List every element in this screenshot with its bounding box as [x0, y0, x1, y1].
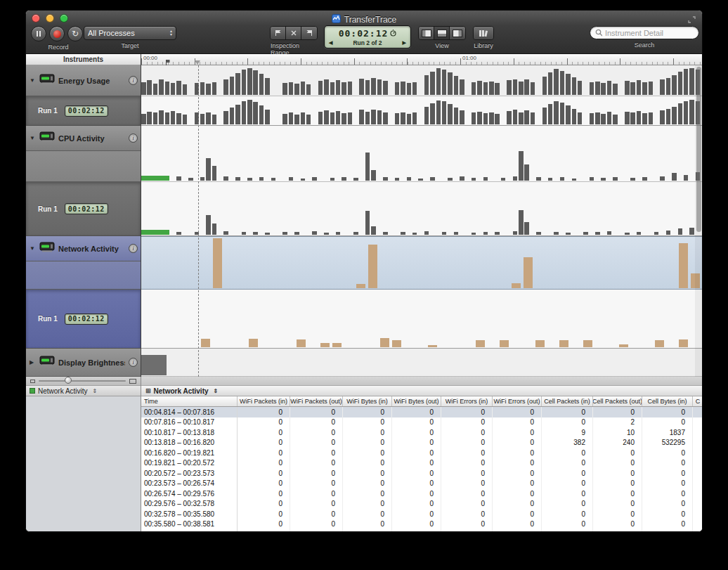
target-dropdown[interactable]: All Processes ▴▾ [84, 26, 176, 40]
detail-instrument-selector[interactable]: Network Activity ⇕ [26, 386, 141, 396]
column-header[interactable]: C [693, 396, 702, 406]
table-row[interactable]: 00:16.820 – 00:19.821000000000 [141, 448, 702, 458]
table-cell: 0 [441, 499, 493, 510]
chart-bar [613, 177, 618, 181]
track-energy-usage[interactable] [141, 65, 702, 96]
inspection-range-start-button[interactable] [271, 27, 286, 39]
track-network-activity-run1[interactable] [141, 290, 702, 349]
sidebar-item-cpu-activity[interactable]: ▼ CPU Activity i [26, 126, 141, 151]
playhead-pointer-icon[interactable] [195, 60, 200, 65]
sidebar-item-cpu-activity-body[interactable] [26, 151, 141, 182]
column-header[interactable]: WiFi Bytes (out) [392, 396, 441, 406]
run-row-network[interactable]: Run 1 00:02:12 [26, 290, 141, 349]
inspection-range-clear-button[interactable] [286, 27, 301, 39]
column-header[interactable]: Time [141, 396, 238, 406]
playhead-line[interactable] [198, 65, 199, 377]
table-cell: 9 [542, 427, 593, 438]
titlebar[interactable]: TransferTrace [26, 11, 702, 25]
fullscreen-icon[interactable] [687, 14, 696, 22]
timeline-scrollbar[interactable] [695, 65, 702, 377]
column-header[interactable]: WiFi Errors (in) [441, 396, 493, 406]
instrument-name: Energy Usage [58, 77, 125, 85]
inspection-range-end-button[interactable] [301, 27, 317, 39]
scrollbar-thumb[interactable] [696, 67, 701, 232]
chart-bar [371, 170, 376, 181]
sidebar-item-network-activity[interactable]: ▼ Network Activity i [26, 236, 141, 261]
chart-bar [642, 113, 647, 124]
timeline-ruler[interactable]: 00:00 01:00 [141, 54, 702, 65]
column-header[interactable]: WiFi Packets (out) [290, 396, 343, 406]
chart-bar [418, 179, 423, 181]
info-button[interactable]: i [129, 76, 138, 85]
table-cell: 382 [542, 438, 593, 448]
info-button[interactable]: i [129, 358, 138, 367]
previous-run-button[interactable]: ◀ [329, 40, 332, 46]
table-row[interactable]: 00:19.821 – 00:20.572000000000 [141, 458, 702, 469]
search-field[interactable] [590, 26, 699, 39]
disclosure-icon[interactable]: ▼ [30, 77, 36, 84]
zoom-slider[interactable] [39, 380, 126, 382]
run-row-energy[interactable]: Run 1 00:02:12 [26, 96, 141, 126]
table-cell: 0 [441, 417, 493, 428]
table-cell: 0 [593, 499, 642, 510]
record-button[interactable] [49, 26, 65, 41]
chart-bar [330, 112, 335, 124]
table-row[interactable]: 00:32.578 – 00:35.580000000000 [141, 509, 702, 519]
info-button[interactable]: i [129, 244, 138, 253]
disclosure-icon[interactable]: ▶ [30, 359, 36, 365]
track-display-brightness[interactable] [141, 349, 702, 377]
pause-button[interactable] [31, 26, 46, 41]
run-row-cpu[interactable]: Run 1 00:02:12 [26, 182, 141, 236]
sidebar-item-energy-usage[interactable]: ▼ Energy Usage i [26, 65, 141, 96]
table-cell: 0 [392, 529, 441, 531]
search-input[interactable] [605, 29, 694, 37]
view-right-pane-button[interactable] [450, 27, 465, 39]
column-header[interactable]: WiFi Errors (out) [493, 396, 542, 406]
track-cpu-activity[interactable] [141, 126, 702, 182]
track-network-activity[interactable] [141, 236, 702, 290]
track-energy-usage-run1[interactable] [141, 96, 702, 126]
chart-bar [223, 111, 228, 124]
chart-bar [424, 231, 429, 235]
chart-bar [583, 232, 588, 235]
chart-bar [519, 210, 524, 235]
table-row[interactable]: 00:35.580 – 00:38.581000000000 [141, 519, 702, 530]
zoom-slider-thumb[interactable] [65, 377, 72, 384]
table-row[interactable]: 00:07.816 – 00:10.817000000020 [141, 417, 702, 428]
column-header[interactable]: Cell Bytes (in) [642, 396, 693, 406]
disclosure-icon[interactable]: ▼ [30, 245, 36, 252]
column-header[interactable]: WiFi Bytes (in) [343, 396, 392, 406]
view-left-pane-button[interactable] [419, 27, 434, 39]
table-row[interactable]: 00:26.574 – 00:29.576000000000 [141, 488, 702, 499]
detail-table-titlebar[interactable]: ⊞ Network Activity ⇕ [141, 386, 702, 396]
column-header[interactable]: WiFi Packets (in) [238, 396, 290, 406]
loop-button[interactable]: ↻ [67, 26, 83, 41]
info-button[interactable]: i [129, 134, 138, 143]
chart-bar [560, 103, 565, 124]
sidebar-item-network-activity-body[interactable] [26, 261, 141, 290]
table-row[interactable]: 00:29.576 – 00:32.578000000000 [141, 499, 702, 510]
column-header[interactable]: Cell Packets (in) [542, 396, 593, 406]
table-row[interactable]: 00:13.818 – 00:16.820000000382240532295 [141, 438, 702, 448]
detail-table-pane: ⊞ Network Activity ⇕ TimeWiFi Packets (i… [141, 377, 702, 531]
table-cell: 0 [493, 468, 542, 479]
sidebar-item-display-brightness[interactable]: ▶ Display Brightness i [26, 349, 141, 377]
column-header[interactable]: Cell Packets (out) [593, 396, 642, 406]
table-row[interactable]: 00:10.817 – 00:13.8180000009101837 [141, 427, 702, 438]
grid-icon: ⊞ [145, 387, 151, 394]
chart-bar [383, 232, 388, 235]
table-row[interactable]: 00:38.581 – 00:40.777000000010 [141, 529, 702, 531]
next-run-button[interactable]: ▶ [403, 40, 406, 46]
track-cpu-activity-run1[interactable] [141, 182, 702, 236]
library-button[interactable] [474, 27, 493, 39]
table-row[interactable]: 00:23.573 – 00:26.574000000000 [141, 479, 702, 489]
table-row[interactable]: 00:20.572 – 00:23.573000000000 [141, 468, 702, 479]
view-bottom-pane-button[interactable] [434, 27, 450, 39]
disclosure-icon[interactable]: ▼ [30, 135, 36, 141]
track-zoom-control[interactable] [26, 377, 141, 386]
chart-bar [253, 232, 258, 235]
chart-bar [212, 82, 217, 95]
chart-bar [535, 340, 545, 347]
table-row[interactable]: 00:04.814 – 00:07.816000000000 [141, 407, 702, 417]
instruments-sidebar: Instruments ▼ Energy Usage i Run 1 00:02… [26, 54, 141, 377]
